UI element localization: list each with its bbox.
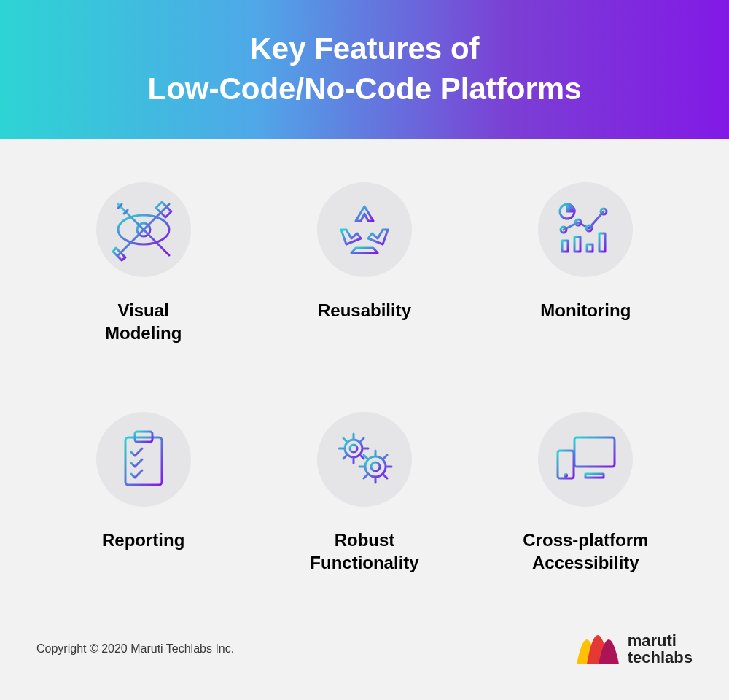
brand-line2: techlabs <box>628 649 693 666</box>
svg-rect-20 <box>574 438 615 467</box>
brand-logo: maruti techlabs <box>577 632 693 666</box>
svg-rect-8 <box>574 237 580 252</box>
copyright-text: Copyright © 2020 Maruti Techlabs Inc. <box>36 642 234 656</box>
footer: Copyright © 2020 Maruti Techlabs Inc. ma… <box>0 620 729 700</box>
brand-line1: maruti <box>628 632 693 649</box>
header-banner: Key Features of Low-Code/No-Code Platfor… <box>0 0 729 139</box>
svg-point-17 <box>350 445 357 452</box>
svg-point-19 <box>371 462 380 471</box>
features-grid: Visual Modeling Reusability <box>0 139 729 620</box>
svg-rect-9 <box>587 244 593 252</box>
feature-monitoring: Monitoring <box>486 182 685 376</box>
svg-point-26 <box>565 475 567 477</box>
reporting-icon <box>96 412 191 507</box>
svg-point-16 <box>345 440 362 457</box>
feature-label: Monitoring <box>540 299 631 322</box>
brand-logo-mark-icon <box>577 634 619 664</box>
brand-logo-text: maruti techlabs <box>628 632 693 666</box>
feature-label: Reusability <box>318 299 411 322</box>
svg-rect-11 <box>125 438 162 485</box>
feature-cross-platform: Cross-platform Accessibility <box>486 412 685 605</box>
svg-rect-7 <box>562 241 568 252</box>
svg-rect-10 <box>599 233 605 252</box>
page-title: Key Features of Low-Code/No-Code Platfor… <box>148 29 582 109</box>
svg-rect-23 <box>585 474 604 478</box>
feature-label: Visual Modeling <box>105 299 182 344</box>
robust-functionality-icon <box>317 412 412 507</box>
feature-reusability: Reusability <box>265 182 464 376</box>
feature-robust-functionality: Robust Functionality <box>265 412 464 605</box>
feature-reporting: Reporting <box>44 412 243 605</box>
feature-label: Reporting <box>102 529 184 551</box>
reusability-icon <box>317 182 412 277</box>
feature-visual-modeling: Visual Modeling <box>44 182 243 376</box>
monitoring-icon <box>538 182 633 277</box>
feature-label: Robust Functionality <box>310 529 418 574</box>
svg-point-18 <box>365 456 386 477</box>
feature-label: Cross-platform Accessibility <box>523 529 648 574</box>
visual-modeling-icon <box>96 182 191 277</box>
cross-platform-icon <box>538 412 633 507</box>
